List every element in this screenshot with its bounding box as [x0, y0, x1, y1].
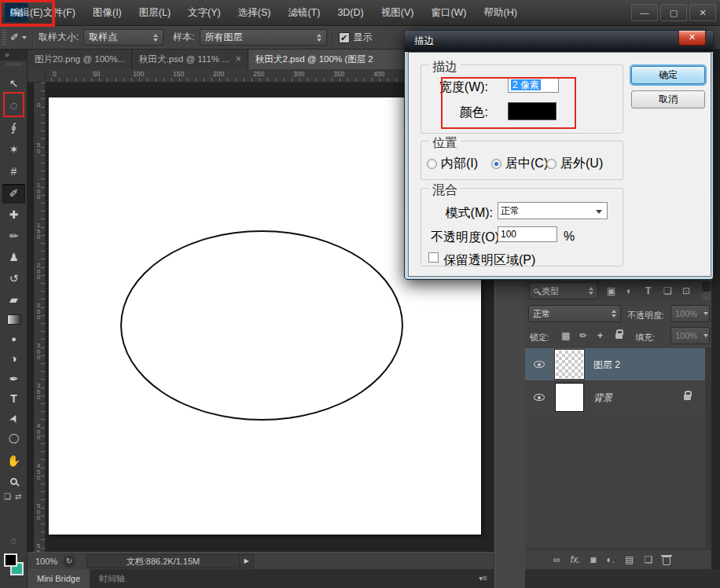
panel-menu-icon[interactable]: ▾≡: [479, 569, 494, 588]
dialog-opacity-input[interactable]: 100: [498, 226, 557, 242]
history-brush-tool[interactable]: ↺: [2, 269, 25, 288]
layers-scroll-gutter[interactable]: [705, 347, 711, 549]
sample-combo[interactable]: 所有图层: [200, 29, 327, 46]
dialog-close-button[interactable]: ✕: [678, 31, 706, 46]
default-colors-icon[interactable]: ❏: [4, 492, 11, 501]
layer-row-background[interactable]: 背景: [525, 380, 705, 413]
menu-type[interactable]: 文字(Y): [179, 2, 230, 24]
dropdown-arrow-icon: [596, 210, 602, 214]
delete-layer-trash-icon[interactable]: [663, 557, 670, 565]
zoom-tool[interactable]: [2, 472, 25, 491]
pen-tool[interactable]: ✒: [2, 369, 25, 389]
type-tool[interactable]: T: [2, 389, 25, 409]
menu-layer[interactable]: 图层(L): [130, 2, 179, 24]
close-button[interactable]: ✕: [689, 4, 716, 21]
tab-timeline[interactable]: 时间轴: [90, 569, 134, 588]
link-layers-icon[interactable]: ∞: [553, 554, 560, 565]
dodge-tool[interactable]: ◑: [2, 349, 25, 369]
mode-select[interactable]: 正常: [498, 202, 608, 219]
doc-tab-2[interactable]: 秋田犬.psd @ 111% ... ×: [132, 50, 248, 69]
menu-3d[interactable]: 3D(D): [329, 3, 372, 22]
layer-style-fx-icon[interactable]: fx.: [571, 554, 581, 565]
eraser-tool[interactable]: ▰: [2, 290, 25, 310]
width-input[interactable]: 2 像素: [508, 77, 559, 93]
eyedropper-tool[interactable]: ✐: [2, 184, 25, 204]
crop-tool[interactable]: #: [2, 162, 25, 182]
menu-file[interactable]: 文件(F): [35, 2, 84, 24]
maximize-button[interactable]: ▢: [660, 4, 687, 21]
elliptical-marquee-tool[interactable]: ◌: [2, 96, 25, 116]
hand-tool[interactable]: ✋: [2, 451, 25, 471]
new-group-folder-icon[interactable]: ▤: [625, 554, 634, 565]
adjustment-layer-icon[interactable]: ◐.: [606, 554, 615, 565]
blend-mode-combo[interactable]: 正常: [528, 305, 621, 322]
toolbar-grip[interactable]: [6, 63, 21, 66]
radio-center[interactable]: 居中(C): [491, 156, 548, 172]
layer-row-layer2[interactable]: 图层 2: [525, 348, 705, 380]
layer-thumbnail[interactable]: [555, 383, 584, 412]
fill-combo[interactable]: 100%: [670, 327, 710, 344]
tab-mini-bridge[interactable]: Mini Bridge: [28, 569, 90, 588]
menu-window[interactable]: 窗口(W): [422, 2, 475, 24]
tool-preset-caret-icon[interactable]: [22, 36, 27, 39]
menu-image[interactable]: 图像(I): [84, 2, 130, 24]
layer-filter-combo[interactable]: 类型: [529, 282, 598, 300]
filter-type-layers-icon[interactable]: T: [645, 285, 651, 296]
radio-outside[interactable]: 居外(U): [546, 156, 603, 172]
lock-position-icon[interactable]: +: [597, 330, 603, 341]
radio-inside[interactable]: 内部(I): [427, 156, 478, 172]
status-refresh-icon[interactable]: ↻: [63, 555, 75, 568]
stroke-color-swatch[interactable]: [508, 102, 557, 120]
ruler-label: 250: [35, 303, 42, 321]
opacity-combo[interactable]: 100%: [670, 305, 710, 322]
menu-filter[interactable]: 滤镜(T): [279, 2, 329, 24]
brush-tool[interactable]: ✏: [2, 226, 25, 246]
foreground-color-swatch[interactable]: [4, 553, 17, 567]
magic-wand-tool[interactable]: ✶: [2, 140, 25, 160]
show-checkbox[interactable]: ✔: [339, 32, 350, 43]
doc-tab-1[interactable]: 图片20.png @ 100%... ×: [28, 50, 132, 69]
cancel-button[interactable]: 取消: [631, 90, 705, 108]
filter-adjustment-layers-icon[interactable]: ◐: [626, 285, 632, 296]
new-layer-icon[interactable]: ❏: [644, 554, 652, 565]
sample-label: 样本:: [173, 31, 194, 44]
zoom-level-field[interactable]: 100%: [28, 557, 63, 566]
filter-shape-layers-icon[interactable]: ❏: [663, 285, 672, 296]
move-tool[interactable]: ↖: [2, 74, 25, 94]
healing-brush-tool[interactable]: ✚: [2, 205, 25, 225]
filter-toggle[interactable]: [702, 281, 711, 300]
menu-view[interactable]: 视图(V): [373, 2, 423, 24]
options-grip[interactable]: [2, 30, 6, 46]
filter-pixel-layers-icon[interactable]: ▣: [607, 285, 615, 296]
swap-colors-icon[interactable]: ⇄: [15, 492, 21, 501]
shape-tool[interactable]: ◯: [2, 428, 25, 448]
visibility-eye-icon[interactable]: [534, 361, 545, 368]
gradient-tool[interactable]: [2, 310, 25, 329]
lock-all-icon[interactable]: [615, 333, 623, 339]
quick-mask-button[interactable]: ◌: [2, 531, 25, 551]
filter-smart-objects-icon[interactable]: ⊡: [682, 285, 690, 296]
menu-help[interactable]: 帮助(H): [476, 2, 526, 24]
lock-pixels-icon[interactable]: ✏: [579, 330, 587, 341]
ok-button[interactable]: 确定: [631, 66, 705, 84]
add-layer-mask-icon[interactable]: ◙: [590, 554, 596, 565]
layer-thumbnail[interactable]: [555, 350, 584, 379]
visibility-eye-icon[interactable]: [534, 394, 545, 401]
status-expand-icon[interactable]: ▶: [240, 554, 254, 568]
preserve-transparency-checkbox[interactable]: [428, 252, 439, 263]
sample-size-combo[interactable]: 取样点: [83, 29, 163, 46]
blur-tool[interactable]: ●: [2, 329, 25, 349]
tab-close-icon[interactable]: ×: [236, 50, 241, 69]
layer-name[interactable]: 背景: [593, 391, 612, 405]
lock-transparent-icon[interactable]: ▦: [561, 330, 570, 341]
clone-stamp-tool[interactable]: ♟: [2, 248, 25, 267]
collapse-panel-icon[interactable]: »: [0, 50, 27, 61]
eyedropper-option-icon[interactable]: ✐: [10, 31, 19, 43]
ruler-label: 450: [35, 463, 42, 481]
layer-name[interactable]: 图层 2: [593, 358, 620, 372]
doc-tab-3[interactable]: 秋田犬2.psd @ 100% (图层 2: [248, 50, 406, 69]
path-selection-tool[interactable]: ➤: [2, 409, 25, 428]
menu-select[interactable]: 选择(S): [230, 2, 280, 24]
minimize-button[interactable]: —: [631, 4, 658, 21]
lasso-tool[interactable]: ∮: [2, 118, 25, 138]
